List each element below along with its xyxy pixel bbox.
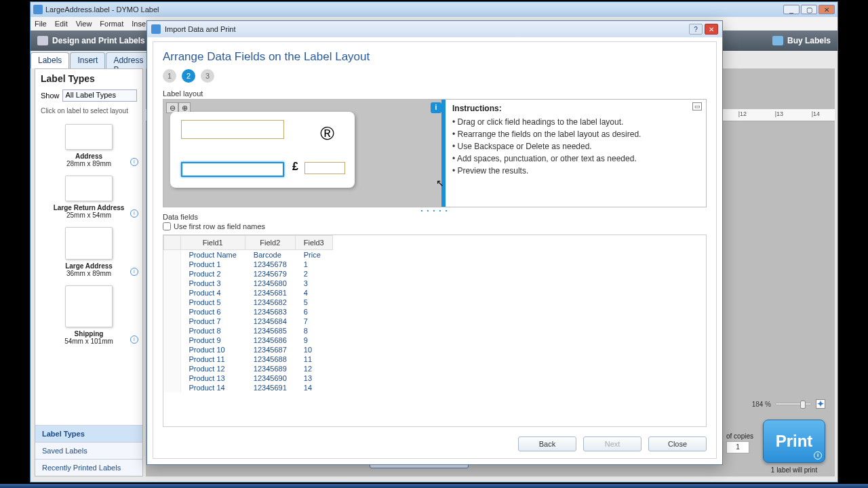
copies-input[interactable]: 1 [726,441,749,453]
layout-field-1[interactable] [181,120,284,139]
menu-file[interactable]: File [35,20,47,28]
print-button[interactable]: Print i [763,420,825,463]
app-icon [33,5,43,14]
column-header[interactable]: Field3 [295,236,332,250]
dialog-icon [151,24,161,34]
table-row[interactable]: Product 131234569013 [164,373,333,383]
instruction-item: Rearrange the fields on the label layout… [452,128,699,140]
tab-insert[interactable]: Insert [70,52,105,68]
table-cell: Product 11 [180,354,245,364]
table-cell: 12345678 [245,260,295,269]
table-cell: Product 2 [180,269,245,279]
table-row[interactable]: Product 7123456847 [164,317,333,326]
taskbar[interactable] [0,484,868,488]
table-cell: 3 [295,279,332,288]
ribbon-title: Design and Print Labels [52,36,145,45]
label-preview[interactable]: ® £ [170,112,355,188]
cart-icon [772,36,783,45]
table-cell: Product 12 [180,364,245,373]
table-cell: Product 14 [180,383,245,392]
table-row[interactable]: Product 141234569114 [164,383,333,392]
label-type-large-address[interactable]: Large Address 36mm x 89mm i [35,222,142,280]
sidebar-footer-types[interactable]: Label Types [35,425,142,442]
zoom-fit-button[interactable]: ✦ [816,399,825,409]
table-row[interactable]: Product 101234568710 [164,345,333,354]
dialog-help-button[interactable]: ? [689,24,703,35]
zoom-slider[interactable] [775,403,812,405]
table-cell: 6 [295,307,332,317]
table-row[interactable]: Product 3123456803 [164,279,333,288]
tab-addressbook[interactable]: Address B [106,52,151,68]
data-fields-table[interactable]: Field1 Field2 Field3 Product NameBarcode… [163,235,707,427]
column-header[interactable]: Field1 [180,236,245,250]
ribbon-icon [37,36,48,45]
dialog-titlebar[interactable]: Import Data and Print ? ✕ [147,21,722,37]
table-row[interactable]: Product 8123456858 [164,326,333,336]
instruction-item: Use Backspace or Delete as needed. [452,140,699,152]
titlebar[interactable]: LargeAddress.label - DYMO Label _ ▢ ✕ [31,2,837,17]
buy-labels-button[interactable]: Buy Labels [772,36,831,45]
sidebar-tabs: Labels Insert Address B [31,52,146,68]
table-cell: Price [295,250,332,260]
menu-insert[interactable]: Inse [132,20,146,28]
table-row[interactable]: Product 6123456836 [164,307,333,317]
ruler-mark: |12 [738,110,747,117]
menu-edit[interactable]: Edit [55,20,68,28]
show-label: Show [41,92,60,100]
close-dialog-button[interactable]: Close [648,436,707,451]
label-thumb [65,285,113,327]
instruction-item: Drag or click field headings to the labe… [452,116,699,128]
label-type-address[interactable]: Address 28mm x 89mm i [35,119,142,170]
table-cell: 2 [295,269,332,279]
dialog-close-button[interactable]: ✕ [705,24,718,35]
table-cell: Barcode [245,250,295,260]
table-row[interactable]: Product 2123456792 [164,269,333,279]
table-cell: Product 10 [180,345,245,354]
step-1[interactable]: 1 [163,69,176,83]
table-cell: 10 [295,345,332,354]
table-row[interactable]: Product 111234568811 [164,354,333,364]
instructions-panel: i ▭ Instructions: Drag or click field he… [441,100,706,207]
column-header[interactable]: Field2 [245,236,295,250]
layout-field-2-selected[interactable] [181,162,284,177]
next-button[interactable]: Next [583,436,642,451]
label-type-shipping[interactable]: Shipping 54mm x 101mm i [35,280,142,348]
copies-label: of copies [726,432,753,440]
menu-view[interactable]: View [76,20,92,28]
ruler-mark: |14 [812,110,820,117]
instruction-item: Add spaces, punctuation, or other text a… [452,152,699,165]
sidebar-footer-saved[interactable]: Saved Labels [35,442,142,459]
currency-symbol: £ [292,161,298,173]
table-cell: 12345688 [245,354,295,364]
sidebar-footer-recent[interactable]: Recently Printed Labels [35,459,142,476]
maximize-button[interactable]: ▢ [801,5,817,14]
menu-format[interactable]: Format [100,20,123,28]
table-row[interactable]: Product 121234568912 [164,364,333,373]
table-row[interactable]: Product 4123456814 [164,288,333,298]
info-icon[interactable]: i [130,336,138,344]
info-icon[interactable]: i [130,158,138,166]
sidebar: Label Types Show All Label Types Click o… [35,68,143,476]
firstrow-checkbox[interactable] [163,222,171,230]
info-icon[interactable]: i [130,268,138,276]
table-row[interactable]: Product 5123456825 [164,298,333,307]
label-size: 54mm x 101mm [64,338,113,345]
info-icon[interactable]: i [130,209,138,218]
minimize-button[interactable]: _ [783,5,800,14]
firstrow-checkbox-label[interactable]: Use first row as field names [163,222,707,230]
step-3[interactable]: 3 [201,69,214,83]
info-icon[interactable]: i [814,451,822,460]
layout-field-3[interactable] [304,162,345,174]
tab-labels[interactable]: Labels [31,52,69,68]
back-button[interactable]: Back [518,436,576,451]
label-thumb [65,124,113,150]
label-type-filter[interactable]: All Label Types [62,89,137,102]
ruler-mark: |13 [775,110,783,117]
step-2[interactable]: 2 [182,69,195,83]
label-type-large-return[interactable]: Large Return Address 25mm x 54mm i [35,170,142,222]
table-row[interactable]: Product NameBarcodePrice [164,250,333,260]
table-row[interactable]: Product 1123456781 [164,260,333,269]
close-button[interactable]: ✕ [818,5,835,14]
table-row[interactable]: Product 9123456869 [164,336,333,345]
panel-close-icon[interactable]: ▭ [692,102,702,110]
